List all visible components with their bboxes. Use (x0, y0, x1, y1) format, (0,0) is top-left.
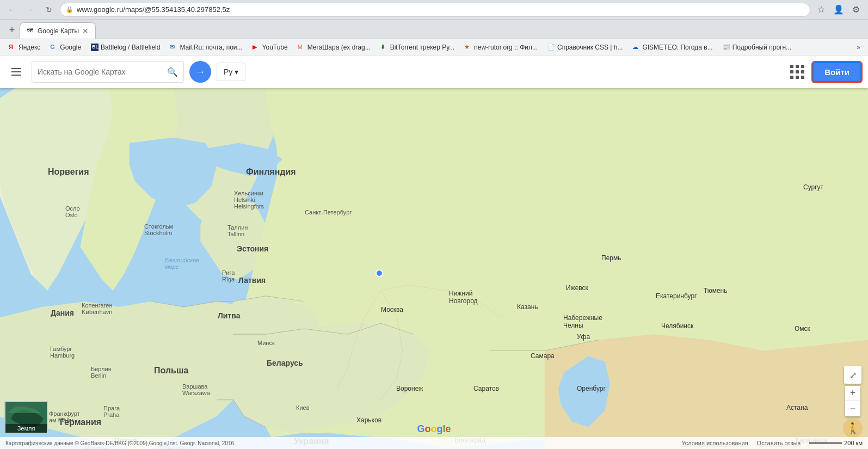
tabs-bar: + 🗺 Google Карты ✕ (0, 20, 868, 39)
bookmarks-more-button[interactable]: » (853, 42, 864, 53)
search-icon[interactable]: 🔍 (167, 67, 178, 77)
nav-right-icons: ☆ 👤 ⚙ (814, 2, 864, 17)
browser-chrome: ← → ↻ 🔒 www.google.ru/maps/@55.354135,40… (0, 0, 868, 56)
bookmark-yandex-label: Яндекс (19, 44, 40, 51)
megashara-favicon: M (298, 44, 305, 51)
map-copyright: Картографические данные © GeoBasis-DE/BK… (5, 440, 234, 446)
bookmark-podrobny[interactable]: 📰 Подробный прогн... (718, 42, 796, 53)
zoom-control: + − (845, 386, 860, 416)
status-left: Картографические данные © GeoBasis-DE/BK… (5, 440, 234, 446)
earth-thumbnail[interactable]: Земля (4, 401, 48, 434)
bookmark-youtube[interactable]: ▶ YouTube (248, 42, 292, 53)
bookmark-youtube-label: YouTube (262, 44, 288, 51)
podrobny-favicon: 📰 (723, 44, 730, 51)
terms-link[interactable]: Условия использования (682, 440, 748, 446)
bookmark-google[interactable]: G Google (46, 42, 85, 53)
bittorrent-favicon: ⬇ (380, 44, 388, 51)
status-right: Условия использования Оставить отзыв 200… (682, 440, 863, 446)
search-box[interactable]: 🔍 (32, 61, 184, 83)
map-background (0, 56, 868, 449)
bookmark-battlelog[interactable]: BL Battlelog / Battlefield (87, 42, 164, 53)
earth-label: Земля (5, 424, 47, 433)
address-bar[interactable]: 🔒 www.google.ru/maps/@55.354135,40.29785… (60, 3, 810, 17)
bookmark-star-button[interactable]: ☆ (814, 2, 829, 17)
maps-header-right: Войти (787, 62, 861, 82)
signin-button[interactable]: Войти (812, 62, 861, 82)
fullscreen-button[interactable]: ⤢ (844, 366, 861, 384)
sprav-favicon: 📄 (547, 44, 555, 51)
mailru-favicon: ✉ (170, 44, 177, 51)
lang-current: Ру (224, 67, 232, 76)
refresh-button[interactable]: ↻ (41, 2, 57, 17)
directions-button[interactable]: → (189, 61, 211, 83)
tab-title: Google Карты (38, 27, 79, 35)
youtube-favicon: ▶ (253, 44, 260, 51)
maps-header: 🔍 → Ру ▾ Войти (0, 56, 868, 88)
bookmark-gismeteo[interactable]: ☁ GISMETEO: Погода в... (628, 42, 717, 53)
bookmark-yandex[interactable]: Я Яндекс (4, 42, 45, 53)
map-svg (0, 56, 868, 449)
back-button[interactable]: ← (4, 2, 20, 17)
maps-status-bar: Картографические данные © GeoBasis-DE/BK… (0, 437, 868, 449)
lock-icon: 🔒 (66, 6, 73, 13)
gismeteo-favicon: ☁ (632, 44, 640, 51)
zoom-in-button[interactable]: + (845, 386, 860, 401)
bookmark-sprav-label: Справочник CSS | h... (557, 44, 623, 51)
apps-grid-button[interactable] (787, 62, 807, 82)
bookmark-gismeteo-label: GISMETEO: Погода в... (642, 44, 712, 51)
profile-button[interactable]: 👤 (831, 2, 846, 17)
scale-label: 200 км (844, 440, 863, 446)
bookmarks-bar: Я Яндекс G Google BL Battlelog / Battlef… (0, 39, 868, 56)
forward-button[interactable]: → (23, 2, 38, 17)
hamburger-line-1 (11, 68, 21, 69)
directions-icon: → (195, 66, 205, 78)
nav-bar: ← → ↻ 🔒 www.google.ru/maps/@55.354135,40… (0, 0, 868, 20)
language-selector[interactable]: Ру ▾ (217, 63, 245, 81)
hamburger-line-3 (11, 75, 21, 76)
maps-tab[interactable]: 🗺 Google Карты ✕ (20, 22, 96, 39)
hamburger-menu-button[interactable] (7, 62, 26, 82)
person-icon: 🚶 (846, 422, 860, 435)
bookmark-battlelog-label: Battlelog / Battlefield (101, 44, 160, 51)
bookmark-mailru[interactable]: ✉ Mail.Ru: почта, пои... (165, 42, 247, 53)
bookmark-google-label: Google (60, 44, 81, 51)
tab-favicon: 🗺 (27, 27, 34, 35)
maps-container[interactable]: НорвегияФинляндияЭстонияЛатвияЛитваБелар… (0, 56, 868, 449)
lang-arrow: ▾ (235, 67, 238, 76)
bookmark-bittorrent[interactable]: ⬇ BitTorrent трекер Ру... (376, 42, 459, 53)
maps-bottom-left: Земля (0, 397, 52, 438)
street-view-button[interactable]: 🚶 (843, 419, 863, 438)
url-text: www.google.ru/maps/@55.354135,40.297852,… (77, 5, 230, 14)
moscow-pin (375, 269, 383, 277)
bookmark-podrobny-label: Подробный прогн... (732, 44, 791, 51)
google-logo: Google (417, 423, 451, 435)
bookmark-bittorrent-label: BitTorrent трекер Ру... (390, 44, 454, 51)
scale-line (809, 442, 842, 444)
scale-bar: 200 км (809, 440, 863, 446)
yandex-favicon: Я (9, 44, 16, 51)
battlelog-favicon: BL (91, 44, 99, 51)
bookmark-megashara[interactable]: M МегаШара (ex drag... (293, 42, 375, 53)
bookmark-newrutor-label: new-rutor.org :: Фил... (474, 44, 538, 51)
bookmark-sprav[interactable]: 📄 Справочник CSS | h... (543, 42, 627, 53)
settings-button[interactable]: ⚙ (848, 2, 864, 17)
bookmark-mailru-label: Mail.Ru: почта, пои... (180, 44, 242, 51)
google-favicon: G (50, 44, 58, 51)
bookmark-megashara-label: МегаШара (ex drag... (307, 44, 371, 51)
zoom-out-button[interactable]: − (845, 401, 860, 416)
maps-bottom-right: ⤢ + − 🚶 (843, 366, 863, 438)
hamburger-line-2 (11, 71, 21, 72)
search-input[interactable] (38, 67, 163, 76)
new-tab-button[interactable]: + (4, 22, 20, 38)
feedback-link[interactable]: Оставить отзыв (757, 440, 801, 446)
bookmark-newrutor[interactable]: ★ new-rutor.org :: Фил... (460, 42, 542, 53)
tab-close-button[interactable]: ✕ (82, 27, 89, 35)
newrutor-favicon: ★ (464, 44, 472, 51)
